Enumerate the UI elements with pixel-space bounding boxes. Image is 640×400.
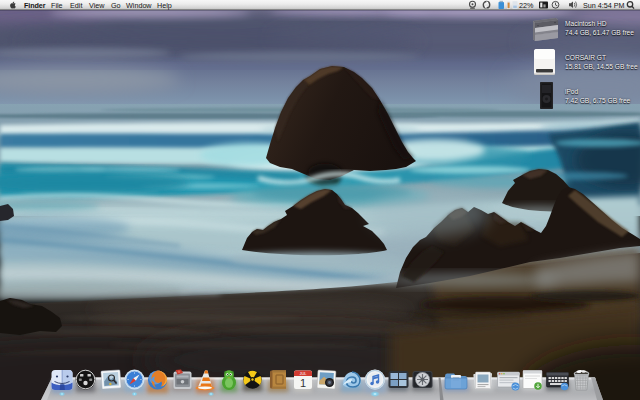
svg-text:JUL: JUL	[299, 371, 307, 376]
svg-text:1: 1	[300, 377, 306, 389]
